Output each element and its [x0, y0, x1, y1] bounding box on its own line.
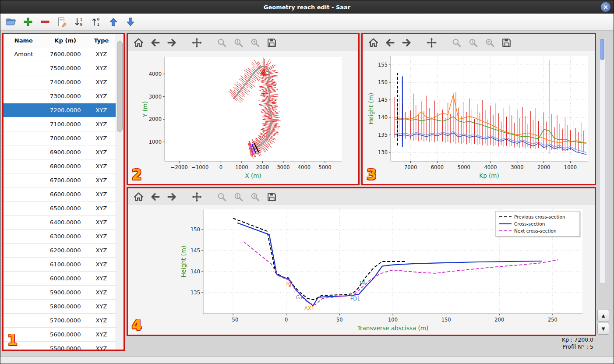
- table-cell[interactable]: XYZ: [87, 230, 116, 244]
- table-cell[interactable]: 5600.0000: [44, 328, 87, 342]
- table-row[interactable]: 6300.0000XYZ: [4, 230, 116, 244]
- table-cell[interactable]: 5800.0000: [44, 300, 87, 314]
- table-row[interactable]: 5600.0000XYZ: [4, 328, 116, 342]
- table-row[interactable]: 6700.0000XYZ: [4, 173, 116, 187]
- open-file-button[interactable]: [6, 17, 16, 27]
- table-cell[interactable]: XYZ: [87, 201, 116, 216]
- forward-button[interactable]: [166, 37, 177, 48]
- table-cell[interactable]: [4, 314, 44, 328]
- table-cell[interactable]: [4, 216, 44, 230]
- zoom-button[interactable]: [451, 37, 462, 48]
- table-cell[interactable]: XYZ: [87, 117, 116, 131]
- table-cell[interactable]: 6200.0000: [44, 244, 87, 258]
- pan-button[interactable]: [191, 191, 202, 202]
- table-cell[interactable]: [4, 187, 44, 201]
- zoom-button[interactable]: [216, 191, 227, 202]
- table-cell[interactable]: XYZ: [87, 300, 116, 314]
- table-cell[interactable]: XYZ: [87, 159, 116, 173]
- table-cell[interactable]: XYZ: [87, 314, 116, 328]
- add-profile-button[interactable]: [23, 17, 33, 27]
- table-cell[interactable]: XYZ: [87, 75, 116, 89]
- table-cell[interactable]: 7000.0000: [44, 131, 87, 145]
- long-profile-plot[interactable]: 7000600050004000300020001000130135140145…: [363, 51, 595, 184]
- edit-profile-button[interactable]: [57, 17, 67, 27]
- pan-button[interactable]: [426, 37, 437, 48]
- zoom-info-button[interactable]: [233, 191, 244, 202]
- forward-button[interactable]: [166, 191, 177, 202]
- profile-up-button[interactable]: ▲: [597, 310, 609, 322]
- table-cell[interactable]: 6400.0000: [44, 216, 87, 230]
- table-row[interactable]: 7500.0000XYZ: [4, 61, 116, 75]
- table-cell[interactable]: 6900.0000: [44, 145, 87, 159]
- table-cell[interactable]: 6600.0000: [44, 187, 87, 201]
- table-cell[interactable]: 7400.0000: [44, 75, 87, 89]
- table-cell[interactable]: 6800.0000: [44, 159, 87, 173]
- back-button[interactable]: [150, 37, 161, 48]
- main-scrollbar[interactable]: [599, 38, 605, 283]
- table-cell[interactable]: XYZ: [87, 216, 116, 230]
- table-cell[interactable]: XYZ: [87, 103, 116, 117]
- table-row[interactable]: 5500.0000XYZ: [4, 342, 116, 350]
- zoom-plus-button[interactable]: [484, 37, 495, 48]
- table-cell[interactable]: XYZ: [87, 131, 116, 145]
- table-row[interactable]: 5900.0000XYZ: [4, 286, 116, 300]
- table-row[interactable]: 7300.0000XYZ: [4, 89, 116, 103]
- move-up-button[interactable]: [108, 17, 119, 27]
- table-cell[interactable]: 7300.0000: [44, 89, 87, 103]
- profiles-table[interactable]: NameKp (m)TypeAmont7600.0000XYZ7500.0000…: [4, 34, 116, 350]
- table-scrollbar[interactable]: [116, 34, 124, 350]
- table-cell[interactable]: [4, 286, 44, 300]
- table-cell[interactable]: [4, 103, 44, 117]
- table-row[interactable]: 6800.0000XYZ: [4, 159, 116, 173]
- titlebar[interactable]: Geometry reach edit - Saar ×: [0, 0, 614, 14]
- table-row[interactable]: 6900.0000XYZ: [4, 145, 116, 159]
- table-cell[interactable]: XYZ: [87, 328, 116, 342]
- plan-view-plot[interactable]: −2000−1000010002000300040005000100020003…: [128, 51, 358, 184]
- table-cell[interactable]: [4, 244, 44, 258]
- table-row[interactable]: 7000.0000XYZ: [4, 131, 116, 145]
- table-cell[interactable]: XYZ: [87, 342, 116, 350]
- zoom-info-button[interactable]: [468, 37, 479, 48]
- table-cell[interactable]: XYZ: [87, 286, 116, 300]
- table-cell[interactable]: XYZ: [87, 272, 116, 286]
- table-cell[interactable]: XYZ: [87, 187, 116, 201]
- table-cell[interactable]: 7500.0000: [44, 61, 87, 75]
- table-cell[interactable]: 5500.0000: [44, 342, 87, 350]
- table-scrollbar-thumb[interactable]: [117, 41, 123, 132]
- table-cell[interactable]: 6300.0000: [44, 230, 87, 244]
- table-cell[interactable]: XYZ: [87, 173, 116, 187]
- table-row[interactable]: 5700.0000XYZ: [4, 314, 116, 328]
- forward-button[interactable]: [401, 37, 412, 48]
- table-cell[interactable]: 7100.0000: [44, 117, 87, 131]
- table-cell[interactable]: 6500.0000: [44, 201, 87, 216]
- cross-section-plot[interactable]: −50050100150200250135140145150Transverse…: [128, 205, 595, 335]
- table-cell[interactable]: [4, 89, 44, 103]
- home-button[interactable]: [368, 37, 379, 48]
- home-button[interactable]: [133, 37, 144, 48]
- table-cell[interactable]: 6000.0000: [44, 272, 87, 286]
- save-button[interactable]: [266, 37, 277, 48]
- save-button[interactable]: [266, 191, 277, 202]
- table-cell[interactable]: [4, 131, 44, 145]
- table-cell[interactable]: Amont: [4, 47, 44, 61]
- move-down-button[interactable]: [125, 17, 136, 27]
- table-row[interactable]: 7200.0000XYZ: [4, 103, 116, 117]
- back-button[interactable]: [385, 37, 395, 48]
- table-cell[interactable]: XYZ: [87, 61, 116, 75]
- table-row[interactable]: Amont7600.0000XYZ: [4, 47, 116, 61]
- table-cell[interactable]: [4, 173, 44, 187]
- table-cell[interactable]: [4, 117, 44, 131]
- table-cell[interactable]: XYZ: [87, 244, 116, 258]
- column-header[interactable]: Kp (m): [44, 34, 87, 47]
- zoom-info-button[interactable]: [233, 37, 244, 48]
- sort-ascending-button[interactable]: 91: [91, 17, 102, 27]
- table-cell[interactable]: XYZ: [87, 47, 116, 61]
- back-button[interactable]: [150, 191, 161, 202]
- table-cell[interactable]: [4, 159, 44, 173]
- table-cell[interactable]: XYZ: [87, 145, 116, 159]
- close-button[interactable]: ×: [601, 2, 610, 12]
- table-row[interactable]: 6000.0000XYZ: [4, 272, 116, 286]
- table-cell[interactable]: 5900.0000: [44, 286, 87, 300]
- table-cell[interactable]: [4, 145, 44, 159]
- table-cell[interactable]: 6700.0000: [44, 173, 87, 187]
